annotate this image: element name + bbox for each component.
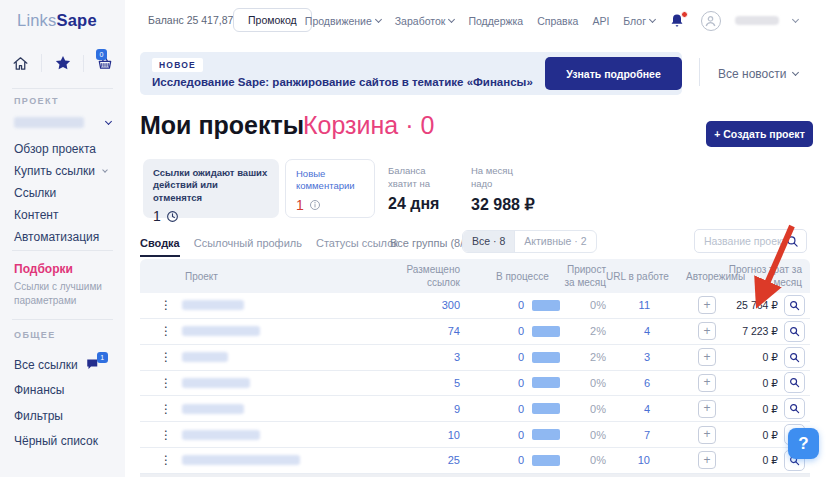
add-automode-button[interactable]: + [698, 426, 716, 444]
column-in-progress: В процессе [460, 270, 560, 283]
sidebar-menu-item[interactable]: Все ссылки 1 [14, 352, 114, 378]
top-nav-item[interactable]: API [592, 15, 609, 27]
in-progress-value[interactable]: 0 [518, 299, 524, 311]
project-name-blurred[interactable] [182, 404, 244, 414]
urls-value[interactable]: 4 [606, 403, 656, 415]
inspect-project-button[interactable] [784, 321, 805, 342]
project-search-input[interactable] [704, 235, 786, 247]
chevron-down-icon [792, 15, 799, 22]
tab[interactable]: Статусы ссылок [316, 237, 398, 257]
in-progress-value[interactable]: 0 [518, 454, 524, 466]
pending-links-card[interactable]: Ссылки ожидают ваших действий или отменя… [143, 159, 279, 218]
row-menu-button[interactable]: ⋮ [140, 403, 170, 415]
sidebar-menu-item[interactable]: Автоматизация [14, 226, 114, 248]
row-menu-button[interactable]: ⋮ [140, 377, 170, 389]
row-menu-button[interactable]: ⋮ [140, 325, 170, 337]
project-name-blurred[interactable] [182, 326, 260, 336]
urls-value[interactable]: 7 [606, 429, 656, 441]
progress-bar [532, 326, 560, 337]
in-progress-value[interactable]: 0 [518, 429, 524, 441]
row-menu-button[interactable]: ⋮ [140, 351, 170, 363]
sidebar-menu-item[interactable]: Чёрный список [14, 429, 114, 455]
search-icon[interactable] [786, 235, 799, 248]
in-progress-value[interactable]: 0 [518, 351, 524, 363]
sidebar-item-collections[interactable]: Подборки [14, 262, 73, 276]
user-avatar[interactable] [701, 11, 721, 31]
row-menu-button[interactable]: ⋮ [140, 454, 170, 466]
add-automode-button[interactable]: + [698, 451, 716, 469]
user-name-blurred[interactable] [735, 16, 779, 25]
favorites-button[interactable] [41, 54, 83, 72]
add-automode-button[interactable]: + [698, 348, 716, 366]
top-navigation: Продвижение Заработок Поддержка Справка [305, 0, 798, 41]
add-automode-button[interactable]: + [698, 296, 716, 314]
placed-links-value[interactable]: 9 [396, 403, 460, 415]
placed-links-value[interactable]: 25 [396, 454, 460, 466]
placed-links-value[interactable]: 300 [396, 299, 460, 311]
inspect-project-button[interactable] [784, 295, 805, 316]
tab[interactable]: Сводка [140, 237, 180, 257]
create-project-button[interactable]: + Создать проект [706, 121, 813, 147]
sidebar-menu-item[interactable]: Фильтры [14, 403, 114, 429]
links-sape-logo[interactable]: LinksSape [17, 11, 97, 30]
sidebar-menu-item[interactable]: Купить ссылки [14, 160, 114, 182]
collections-subtitle: Ссылки с лучшими параметрами [14, 280, 110, 307]
inspect-project-button[interactable] [784, 398, 805, 419]
cart-button[interactable]: 0 [83, 55, 125, 72]
new-comments-card[interactable]: Новые комментарии 1 [285, 159, 375, 218]
urls-value[interactable]: 11 [606, 299, 656, 311]
placed-links-value[interactable]: 10 [396, 429, 460, 441]
project-name-blurred[interactable] [182, 455, 300, 465]
in-progress-value[interactable]: 0 [518, 403, 524, 415]
top-nav-item[interactable]: Блог [623, 15, 655, 27]
urls-value[interactable]: 10 [606, 454, 656, 466]
forecast-value: 0 ₽ [728, 403, 778, 415]
pending-links-value: 1 [153, 208, 161, 224]
messages-indicator[interactable]: 1 [86, 358, 101, 371]
inspect-project-button[interactable] [784, 372, 805, 393]
add-automode-button[interactable]: + [698, 322, 716, 340]
progress-bar [532, 300, 560, 311]
row-menu-button[interactable]: ⋮ [140, 299, 170, 311]
chevron-down-icon [105, 117, 112, 124]
top-nav-item[interactable]: Заработок [395, 15, 455, 27]
person-icon [704, 14, 717, 27]
project-name-blurred[interactable] [182, 430, 260, 440]
project-name-blurred[interactable] [182, 300, 244, 310]
sidebar-menu-item[interactable]: Финансы [14, 378, 114, 404]
basket-link[interactable]: Корзина · 0 [303, 111, 434, 140]
home-button[interactable] [0, 55, 41, 72]
add-automode-button[interactable]: + [698, 374, 716, 392]
filter-all-segment[interactable]: Все · 8 [463, 231, 514, 252]
add-automode-button[interactable]: + [698, 400, 716, 418]
project-name-blurred[interactable] [182, 378, 250, 388]
row-menu-button[interactable]: ⋮ [140, 429, 170, 441]
chevron-down-icon [102, 167, 108, 173]
in-progress-value[interactable]: 0 [518, 325, 524, 337]
project-name-blurred[interactable] [182, 352, 228, 362]
top-nav-item[interactable]: Продвижение [305, 15, 381, 27]
filter-active-segment[interactable]: Активные · 2 [514, 231, 595, 252]
in-progress-value[interactable]: 0 [518, 377, 524, 389]
sidebar-menu-item[interactable]: Обзор проекта [14, 138, 114, 160]
top-nav-item[interactable]: Справка [537, 15, 578, 27]
help-button[interactable]: ? [788, 428, 819, 459]
urls-value[interactable]: 4 [606, 325, 656, 337]
notifications-bell-button[interactable] [669, 12, 687, 30]
placed-links-value[interactable]: 74 [396, 325, 460, 337]
top-nav-item[interactable]: Поддержка [468, 15, 523, 27]
chevron-down-icon [649, 15, 656, 22]
learn-more-button[interactable]: Узнать подробнее [545, 57, 682, 90]
tab[interactable]: Ссылочный профиль [194, 237, 302, 257]
sidebar-menu-item[interactable]: Ссылки [14, 182, 114, 204]
current-project-selector[interactable] [14, 117, 111, 128]
promo-code-button[interactable]: Промокод [233, 8, 312, 32]
placed-links-value[interactable]: 3 [396, 351, 460, 363]
urls-value[interactable]: 3 [606, 351, 656, 363]
urls-value[interactable]: 6 [606, 377, 656, 389]
inspect-project-button[interactable] [784, 347, 805, 368]
placed-links-value[interactable]: 5 [396, 377, 460, 389]
all-news-dropdown[interactable]: Все новости [718, 52, 798, 95]
table-row: ⋮ 10 0 0% 7 + 0 ₽ [140, 422, 810, 448]
sidebar-menu-item[interactable]: Контент [14, 204, 114, 226]
